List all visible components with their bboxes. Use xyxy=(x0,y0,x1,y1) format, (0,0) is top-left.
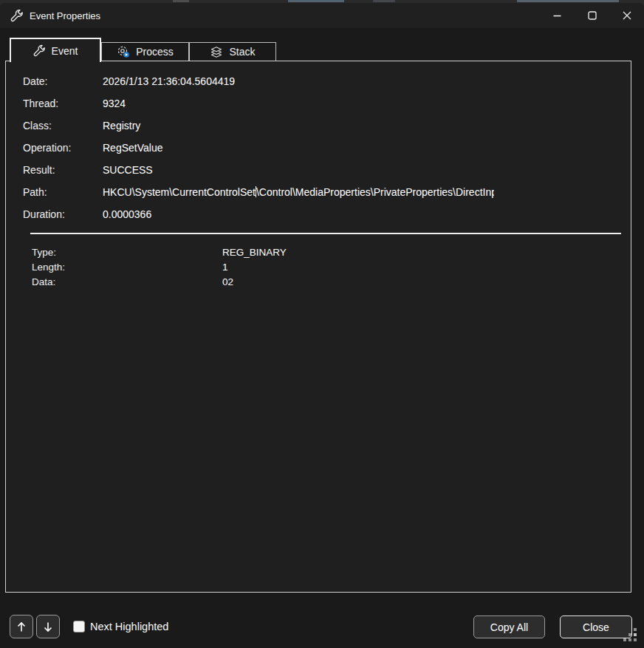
gear-run-icon xyxy=(117,45,130,58)
thread-value[interactable]: 9324 xyxy=(103,98,126,109)
field-row-date: Date: 2026/1/13 21:36:04.5604419 xyxy=(6,70,631,92)
class-value[interactable]: Registry xyxy=(103,120,140,132)
field-row-path: Path: HKCU\System\CurrentControlSet\Cont… xyxy=(6,181,631,203)
field-row-thread: Thread: 9324 xyxy=(6,92,631,115)
date-label: Date: xyxy=(23,75,103,87)
maximize-icon xyxy=(588,11,597,20)
event-fields: Date: 2026/1/13 21:36:04.5604419 Thread:… xyxy=(6,70,631,225)
close-icon xyxy=(623,11,631,20)
wrench-icon xyxy=(33,44,46,57)
type-label: Type: xyxy=(32,247,222,258)
registry-detail-list: Type: REG_BINARY Length: 1 Data: 02 xyxy=(6,245,631,289)
titlebar: Event Properties xyxy=(0,3,644,28)
layers-icon xyxy=(210,46,223,58)
window-title: Event Properties xyxy=(30,10,100,21)
copy-all-button[interactable]: Copy All xyxy=(473,615,545,638)
minimize-button[interactable] xyxy=(540,3,575,28)
event-properties-dialog: Event Properties Event xyxy=(0,3,644,648)
operation-label: Operation: xyxy=(23,142,103,154)
field-row-class: Class: Registry xyxy=(6,115,631,137)
close-window-button[interactable] xyxy=(609,3,644,28)
length-value: 1 xyxy=(222,262,228,273)
data-label: Data: xyxy=(32,276,222,287)
tab-process[interactable]: Process xyxy=(101,42,189,61)
path-value[interactable]: HKCU\System\CurrentControlSet\Control\Me… xyxy=(103,186,494,198)
tab-stack-label: Stack xyxy=(229,46,255,58)
result-label: Result: xyxy=(23,164,103,176)
minimize-icon xyxy=(553,12,561,20)
thread-label: Thread: xyxy=(23,98,103,109)
detail-row-type: Type: REG_BINARY xyxy=(6,245,631,259)
class-label: Class: xyxy=(23,120,103,132)
date-value[interactable]: 2026/1/13 21:36:04.5604419 xyxy=(103,75,235,87)
previous-event-button[interactable] xyxy=(10,615,33,638)
arrow-down-icon xyxy=(43,621,53,632)
close-button[interactable]: Close xyxy=(560,615,632,638)
field-row-duration: Duration: 0.0000366 xyxy=(6,203,631,225)
duration-value[interactable]: 0.0000366 xyxy=(103,208,151,220)
arrow-up-icon xyxy=(16,621,27,632)
tab-stack[interactable]: Stack xyxy=(189,42,276,61)
length-label: Length: xyxy=(32,262,222,273)
type-value: REG_BINARY xyxy=(222,247,287,258)
duration-label: Duration: xyxy=(23,208,103,220)
wrench-icon xyxy=(10,9,24,22)
maximize-button[interactable] xyxy=(575,3,609,28)
tab-event-label: Event xyxy=(52,45,78,57)
tab-event[interactable]: Event xyxy=(10,38,101,62)
operation-value[interactable]: RegSetValue xyxy=(103,142,162,154)
field-row-operation: Operation: RegSetValue xyxy=(6,137,631,159)
data-value: 02 xyxy=(222,276,233,287)
next-event-button[interactable] xyxy=(36,615,60,638)
detail-separator xyxy=(30,233,621,234)
result-value[interactable]: SUCCESS xyxy=(103,164,153,176)
path-label: Path: xyxy=(23,186,103,198)
detail-row-data: Data: 02 xyxy=(6,274,631,289)
detail-row-length: Length: 1 xyxy=(6,259,631,274)
tab-process-label: Process xyxy=(136,46,174,58)
resize-grip[interactable] xyxy=(623,628,641,646)
next-highlighted-label[interactable]: Next Highlighted xyxy=(90,621,168,632)
field-row-result: Result: SUCCESS xyxy=(6,159,631,181)
event-tab-panel: Date: 2026/1/13 21:36:04.5604419 Thread:… xyxy=(5,61,631,593)
next-highlighted-checkbox[interactable] xyxy=(73,621,85,632)
